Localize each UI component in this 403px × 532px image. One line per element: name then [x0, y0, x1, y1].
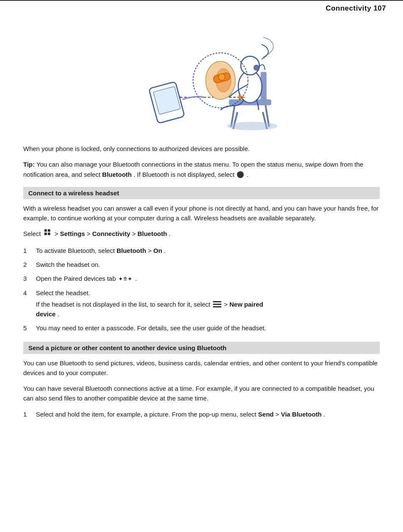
step-5: 5 You may need to enter a passcode. For …	[23, 323, 380, 333]
svg-rect-22	[44, 233, 47, 235]
svg-point-8	[254, 65, 259, 70]
main-content: When your phone is locked, only connecti…	[0, 144, 403, 440]
svg-rect-23	[48, 233, 50, 235]
bluetooth-illustration: 10m	[113, 21, 290, 131]
tip-label: Tip:	[23, 161, 35, 168]
step-2-number: 2	[23, 260, 36, 269]
select-mid3: >	[132, 230, 137, 237]
svg-point-9	[227, 122, 278, 130]
illustration-section: 10m	[0, 21, 403, 131]
tip-text3: .	[247, 171, 248, 178]
select-end: .	[169, 230, 171, 237]
svg-rect-20	[44, 229, 47, 232]
step-3-number: 3	[23, 274, 36, 283]
select-mid2: >	[87, 230, 92, 237]
step-4-content: Select the headset. If the headset is no…	[36, 288, 380, 319]
section2-header-text: Send a picture or other content to anoth…	[28, 344, 226, 351]
section1-header: Connect to a wireless headset	[23, 187, 380, 199]
menu-icon	[213, 301, 221, 308]
step-3-content: Open the Paired devices tab ✦⤊✦ .	[36, 274, 380, 283]
step-4-number: 4	[23, 288, 36, 298]
step-1-content: To activate Bluetooth, select Bluetooth …	[36, 246, 380, 255]
bluetooth-label: Bluetooth	[137, 230, 167, 237]
step-4: 4 Select the headset. If the headset is …	[23, 288, 380, 319]
tip-text2: . If Bluetooth is not displayed, select	[133, 171, 236, 178]
step-2-content: Switch the headset on.	[36, 260, 380, 269]
step-3: 3 Open the Paired devices tab ✦⤊✦ .	[23, 274, 380, 283]
svg-rect-21	[48, 229, 50, 232]
select-mid1: >	[54, 230, 60, 237]
step-1-number: 1	[23, 246, 36, 255]
step-5-number: 5	[23, 323, 36, 333]
step-4-sub: If the headset is not displayed in the l…	[36, 299, 380, 319]
page-title: Connectivity 107	[326, 4, 386, 13]
tip-paragraph: Tip: You can also manage your Bluetooth …	[23, 159, 380, 179]
tip-bluetooth-label: Bluetooth	[102, 171, 132, 178]
select-line: Select > Settings > Connectivity > Bluet…	[23, 229, 380, 240]
section2-body2: You can have several Bluetooth connectio…	[23, 384, 380, 403]
section2-body1: You can use Bluetooth to send pictures, …	[23, 358, 380, 378]
apps-icon	[44, 229, 52, 239]
bluetooth-icon	[237, 171, 244, 178]
page-container: Connectivity 107	[0, 0, 403, 532]
section2-step-1-number: 1	[23, 409, 36, 419]
section1-steps: 1 To activate Bluetooth, select Bluetoot…	[23, 246, 380, 333]
section2-header: Send a picture or other content to anoth…	[23, 342, 380, 354]
step-2: 2 Switch the headset on.	[23, 260, 380, 269]
bluetooth-pair-icon: ✦⤊✦	[118, 275, 132, 283]
svg-rect-24	[213, 301, 221, 302]
section2-steps: 1 Select and hold the item, for example,…	[23, 409, 380, 419]
settings-label: Settings	[60, 230, 85, 237]
select-pre: Select	[23, 230, 43, 237]
svg-rect-25	[213, 304, 221, 305]
section2-step-1-content: Select and hold the item, for example, a…	[36, 409, 380, 419]
step-5-content: You may need to enter a passcode. For de…	[36, 323, 380, 333]
intro-paragraph: When your phone is locked, only connecti…	[23, 144, 380, 154]
section1-header-text: Connect to a wireless headset	[28, 189, 119, 197]
section2-step-1: 1 Select and hold the item, for example,…	[23, 409, 380, 419]
step-1: 1 To activate Bluetooth, select Bluetoot…	[23, 246, 380, 255]
section1-body: With a wireless headset you can answer a…	[23, 203, 380, 223]
svg-rect-26	[213, 306, 221, 307]
connectivity-label: Connectivity	[92, 230, 130, 237]
page-header: Connectivity 107	[0, 0, 403, 13]
svg-point-17	[218, 74, 225, 80]
